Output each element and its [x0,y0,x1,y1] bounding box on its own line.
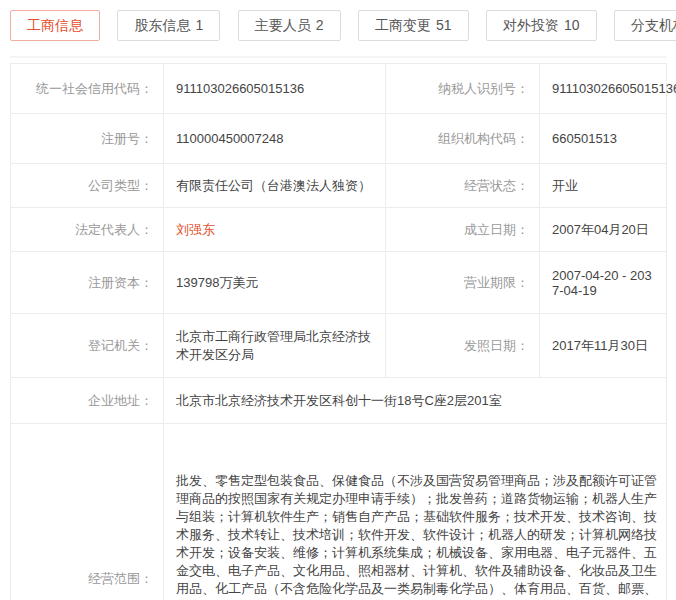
tab-business-info[interactable]: 工商信息 [10,10,100,41]
label-company-address: 企业地址： [11,378,164,424]
table-row: 公司类型： 有限责任公司（台港澳法人独资） 经营状态： 开业 [11,164,667,208]
table-row: 登记机关： 北京市工商行政管理局北京经济技术开发区分局 发照日期： 2017年1… [11,314,667,378]
tab-label: 对外投资 [503,17,559,33]
label-taxpayer-id: 纳税人识别号： [386,64,540,114]
table-row: 注册资本： 139798万美元 营业期限： 2007-04-20 - 2037-… [11,252,667,314]
tab-label: 工商变更 [375,17,431,33]
table-row: 法定代表人： 刘强东 成立日期： 2007年04月20日 [11,208,667,252]
label-business-scope: 经营范围： [11,424,164,600]
value-business-term: 2007-04-20 - 2037-04-19 [540,252,667,314]
label-business-term: 营业期限： [386,252,540,314]
label-company-type: 公司类型： [11,164,164,208]
label-establish-date: 成立日期： [386,208,540,252]
table-row: 企业地址： 北京市北京经济技术开发区科创十一街18号C座2层201室 [11,378,667,424]
value-registration-authority: 北京市工商行政管理局北京经济技术开发区分局 [164,314,386,378]
legal-representative-link[interactable]: 刘强东 [176,222,215,237]
value-organization-code: 660501513 [540,114,667,164]
tab-count: 2 [316,17,324,33]
value-company-address: 北京市北京经济技术开发区科创十一街18号C座2层201室 [164,378,667,424]
table-row: 经营范围： 批发、零售定型包装食品、保健食品（不涉及国营贸易管理商品；涉及配额许… [11,424,667,600]
label-registered-capital: 注册资本： [11,252,164,314]
tab-label: 主要人员 [255,17,311,33]
table-row: 统一社会信用代码： 911103026605015136 纳税人识别号： 911… [11,64,667,114]
value-registration-number: 110000450007248 [164,114,386,164]
label-legal-representative: 法定代表人： [11,208,164,252]
label-operating-status: 经营状态： [386,164,540,208]
section-tabbar: 工商信息 股东信息1 主要人员2 工商变更51 对外投资10 分支机构6 公司简… [0,0,676,58]
tab-label: 工商信息 [27,17,83,33]
tab-shareholders[interactable]: 股东信息1 [117,10,220,41]
value-taxpayer-id: 911103026605015136 [540,64,667,114]
label-license-issue-date: 发照日期： [386,314,540,378]
tabbar-divider [10,56,666,58]
tab-count: 10 [564,17,580,33]
business-info-table: 统一社会信用代码： 911103026605015136 纳税人识别号： 911… [10,63,667,600]
label-registration-number: 注册号： [11,114,164,164]
label-credit-code: 统一社会信用代码： [11,64,164,114]
value-credit-code: 911103026605015136 [164,64,386,114]
tab-label: 股东信息 [134,17,190,33]
value-company-type: 有限责任公司（台港澳法人独资） [164,164,386,208]
label-organization-code: 组织机构代码： [386,114,540,164]
tab-count: 51 [436,17,452,33]
tab-outbound-investment[interactable]: 对外投资10 [486,10,597,41]
tab-registration-changes[interactable]: 工商变更51 [358,10,469,41]
value-business-scope: 批发、零售定型包装食品、保健食品（不涉及国营贸易管理商品；涉及配额许可证管理商品… [164,424,667,600]
value-operating-status: 开业 [540,164,667,208]
table-row: 注册号： 110000450007248 组织机构代码： 660501513 [11,114,667,164]
tab-count: 1 [195,17,203,33]
value-registered-capital: 139798万美元 [164,252,386,314]
tab-branches[interactable]: 分支机构6 [614,10,676,41]
value-establish-date: 2007年04月20日 [540,208,667,252]
tab-label: 分支机构 [631,17,676,33]
value-license-issue-date: 2017年11月30日 [540,314,667,378]
tab-key-personnel[interactable]: 主要人员2 [238,10,341,41]
label-registration-authority: 登记机关： [11,314,164,378]
